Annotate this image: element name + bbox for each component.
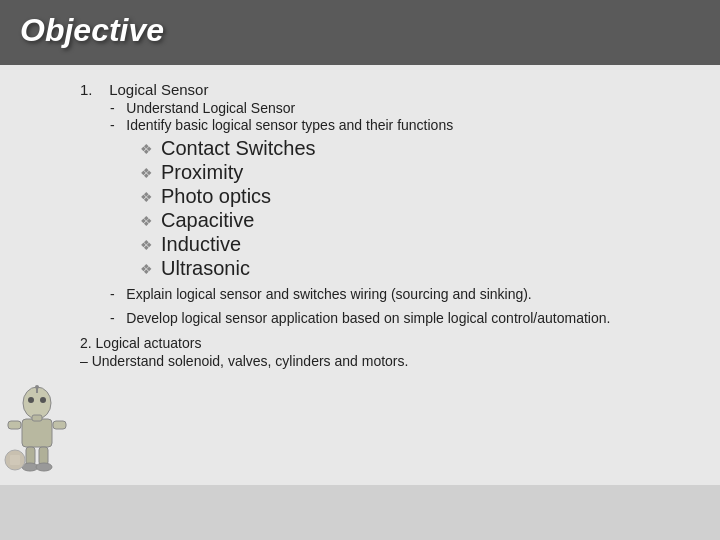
svg-rect-7 xyxy=(53,421,66,429)
diamond-icon-5: ❖ xyxy=(140,237,153,253)
diamond-icon-4: ❖ xyxy=(140,213,153,229)
item-1-label: 1. Logical Sensor xyxy=(80,81,700,98)
svg-rect-12 xyxy=(32,415,42,421)
bullet-text-4: Capacitive xyxy=(161,209,254,232)
item-2: 2. Logical actuators xyxy=(80,335,700,351)
robot-figure xyxy=(0,385,80,485)
paragraph-develop: - Develop logical sensor application bas… xyxy=(110,308,700,329)
bullet-list: ❖ Contact Switches ❖ Proximity ❖ Photo o… xyxy=(140,137,700,280)
bullet-text-6: Ultrasonic xyxy=(161,257,250,280)
svg-rect-14 xyxy=(10,455,20,465)
svg-rect-9 xyxy=(39,447,48,465)
bullet-item-contact: ❖ Contact Switches xyxy=(140,137,700,160)
diamond-icon-2: ❖ xyxy=(140,165,153,181)
sub-item-2: - Identify basic logical sensor types an… xyxy=(110,117,700,133)
diamond-icon-3: ❖ xyxy=(140,189,153,205)
header: Objective xyxy=(0,0,720,65)
diamond-icon-6: ❖ xyxy=(140,261,153,277)
bullet-item-photo: ❖ Photo optics xyxy=(140,185,700,208)
page-title: Objective xyxy=(20,12,700,49)
content-area: 1. Logical Sensor - Understand Logical S… xyxy=(0,65,720,485)
item-1-number: 1. xyxy=(80,81,93,98)
bullet-text-3: Photo optics xyxy=(161,185,271,208)
bullet-text-5: Inductive xyxy=(161,233,241,256)
bullet-item-ultrasonic: ❖ Ultrasonic xyxy=(140,257,700,280)
svg-rect-6 xyxy=(8,421,21,429)
bullet-text-2: Proximity xyxy=(161,161,243,184)
bullet-text-1: Contact Switches xyxy=(161,137,316,160)
item-2-sub: – Understand solenoid, valves, cylinders… xyxy=(80,353,700,369)
bullet-item-inductive: ❖ Inductive xyxy=(140,233,700,256)
paragraph-explain: - Explain logical sensor and switches wi… xyxy=(110,284,700,305)
svg-point-1 xyxy=(28,397,34,403)
svg-point-2 xyxy=(40,397,46,403)
svg-point-4 xyxy=(35,385,39,389)
bullet-item-capacitive: ❖ Capacitive xyxy=(140,209,700,232)
sub-item-1: - Understand Logical Sensor xyxy=(110,100,700,116)
diamond-icon-1: ❖ xyxy=(140,141,153,157)
bullet-item-proximity: ❖ Proximity xyxy=(140,161,700,184)
section-1: 1. Logical Sensor - Understand Logical S… xyxy=(80,81,700,133)
item-1-title: Logical Sensor xyxy=(109,81,208,98)
bottom-section: 2. Logical actuators – Understand soleno… xyxy=(80,335,700,369)
svg-rect-5 xyxy=(22,419,52,447)
svg-point-11 xyxy=(36,463,52,471)
svg-rect-8 xyxy=(26,447,35,465)
